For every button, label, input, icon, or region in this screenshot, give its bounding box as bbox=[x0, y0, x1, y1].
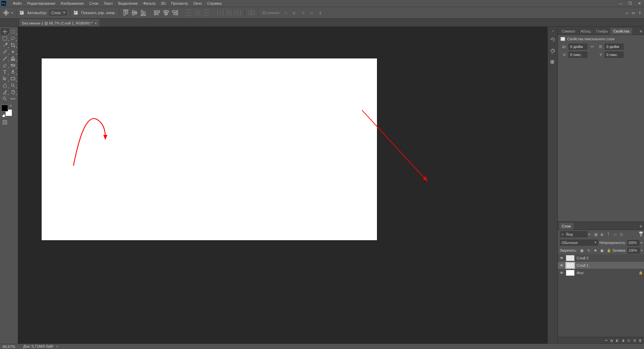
menu-help[interactable]: Справка bbox=[205, 0, 224, 6]
dock-expand-handle[interactable] bbox=[549, 30, 557, 32]
color-swatches[interactable]: ⤭ bbox=[1, 104, 14, 117]
search-icon[interactable]: ⌕ bbox=[626, 11, 628, 15]
default-colors-icon[interactable] bbox=[1, 113, 5, 117]
zoom-level[interactable]: 66,67% bbox=[3, 345, 15, 349]
edit-toolbar-button[interactable]: ••• bbox=[9, 95, 17, 102]
type-tool[interactable] bbox=[1, 68, 9, 75]
share-icon[interactable]: ⇪ bbox=[638, 11, 641, 15]
3d-slide-icon[interactable]: ⇄ bbox=[308, 9, 315, 16]
menu-file[interactable]: Файл bbox=[10, 0, 24, 6]
heal-tool[interactable] bbox=[9, 48, 17, 55]
lock-pixels-icon[interactable]: ✎ bbox=[586, 248, 591, 253]
visibility-toggle-icon[interactable]: 👁 bbox=[559, 263, 564, 267]
filter-shape-icon[interactable]: ▭ bbox=[612, 232, 617, 237]
foreground-color[interactable] bbox=[1, 105, 8, 111]
align-hcenter-icon[interactable] bbox=[163, 9, 169, 16]
gradient-tool[interactable] bbox=[9, 62, 17, 68]
autoselect-checkbox[interactable] bbox=[20, 11, 24, 15]
autoselect-target-dropdown[interactable]: Слои bbox=[49, 10, 67, 16]
dodge-tool[interactable] bbox=[9, 82, 17, 89]
path-select-tool[interactable] bbox=[1, 75, 9, 82]
new-layer-icon[interactable]: ⊞ bbox=[633, 339, 636, 342]
crop-tool[interactable] bbox=[9, 42, 17, 48]
blur-tool[interactable] bbox=[1, 82, 9, 89]
stamp-tool[interactable] bbox=[9, 55, 17, 62]
lock-artboard-icon[interactable]: ▣ bbox=[600, 248, 604, 253]
color-panel-icon[interactable] bbox=[549, 48, 556, 54]
lasso-tool[interactable] bbox=[9, 35, 17, 42]
zoom-tool[interactable] bbox=[1, 95, 9, 102]
tab-paragraph[interactable]: Абзац bbox=[578, 28, 594, 35]
filter-toggle[interactable] bbox=[640, 232, 642, 237]
document-tab[interactable]: Без имени-1 @ 66,7% (Слой 1, RGB/8#) * × bbox=[19, 19, 99, 27]
distribute-top-icon[interactable] bbox=[185, 9, 192, 16]
canvas[interactable] bbox=[42, 58, 377, 240]
delete-layer-icon[interactable]: 🗑 bbox=[639, 339, 642, 342]
distribute-left-icon[interactable] bbox=[217, 9, 224, 16]
show-transform-checkbox[interactable] bbox=[74, 11, 78, 15]
close-tab-icon[interactable]: × bbox=[95, 21, 97, 25]
align-right-edges-icon[interactable] bbox=[171, 9, 178, 16]
tab-properties[interactable]: Свойства bbox=[610, 28, 632, 35]
layer-row[interactable]: 👁 Слой 2 bbox=[558, 254, 644, 262]
fill-input[interactable] bbox=[628, 248, 640, 253]
history-panel-icon[interactable] bbox=[549, 36, 556, 43]
layer-thumbnail[interactable] bbox=[566, 270, 575, 276]
panel-menu-icon[interactable]: ≡ bbox=[638, 28, 644, 35]
adjustment-layer-icon[interactable]: ◑ bbox=[622, 339, 625, 342]
3d-zoom-icon[interactable]: ▮ bbox=[317, 9, 324, 16]
layer-filter-kind-dropdown[interactable]: Вид bbox=[560, 231, 587, 237]
y-input[interactable] bbox=[605, 52, 624, 58]
layer-row[interactable]: 👁 Фон 🔒 bbox=[558, 269, 644, 277]
minimize-button[interactable]: — bbox=[616, 0, 625, 7]
auto-align-icon[interactable] bbox=[248, 9, 255, 16]
filter-adjust-icon[interactable]: ◐ bbox=[600, 232, 604, 237]
swatches-panel-icon[interactable] bbox=[549, 59, 556, 66]
menu-edit[interactable]: Редактирование bbox=[24, 0, 58, 6]
align-left-edges-icon[interactable] bbox=[154, 9, 161, 16]
eyedropper-tool[interactable] bbox=[1, 48, 9, 55]
history-brush-tool[interactable] bbox=[1, 89, 9, 95]
current-tool-icon[interactable] bbox=[3, 9, 9, 16]
tab-layers[interactable]: Слои bbox=[559, 223, 574, 230]
artboard-tool[interactable] bbox=[9, 28, 17, 35]
layer-name[interactable]: Слой 1 bbox=[577, 263, 589, 267]
close-button[interactable]: ✕ bbox=[635, 0, 644, 7]
quick-mask-icon[interactable] bbox=[1, 119, 9, 126]
rectangle-tool[interactable] bbox=[9, 75, 17, 82]
3d-pan-icon[interactable]: ✥ bbox=[300, 9, 306, 16]
swap-colors-icon[interactable]: ⤭ bbox=[9, 104, 12, 107]
link-wh-icon[interactable]: ⚯ bbox=[589, 45, 595, 49]
layer-name[interactable]: Фон bbox=[577, 271, 584, 275]
pen-tool[interactable] bbox=[9, 68, 17, 75]
align-bottom-edges-icon[interactable] bbox=[140, 9, 147, 16]
move-tool[interactable] bbox=[1, 28, 9, 35]
lock-position-icon[interactable]: ✥ bbox=[593, 248, 598, 253]
layer-fx-icon[interactable]: fx bbox=[610, 339, 613, 343]
magic-wand-tool[interactable] bbox=[1, 42, 9, 48]
distribute-hcenter-icon[interactable] bbox=[226, 9, 232, 16]
menu-select[interactable]: Выделение bbox=[116, 0, 141, 6]
menu-layers[interactable]: Слои bbox=[87, 0, 101, 6]
screen-mode-icon[interactable]: ▭ bbox=[632, 11, 635, 15]
link-layers-icon[interactable]: ⚯ bbox=[605, 339, 607, 342]
marquee-tool[interactable] bbox=[1, 35, 9, 42]
distribute-right-icon[interactable] bbox=[234, 9, 241, 16]
tab-symbol[interactable]: Символ bbox=[559, 28, 578, 35]
tab-glyphs[interactable]: Глифы bbox=[594, 28, 611, 35]
width-input[interactable] bbox=[569, 44, 587, 50]
filter-type-icon[interactable]: T bbox=[606, 232, 611, 237]
filter-pixel-icon[interactable]: ▦ bbox=[593, 232, 598, 237]
lock-all-icon[interactable]: 🔒 bbox=[606, 248, 611, 253]
distribute-vcenter-icon[interactable] bbox=[194, 9, 201, 16]
distribute-bottom-icon[interactable] bbox=[203, 9, 210, 16]
menu-text[interactable]: Текст bbox=[101, 0, 116, 6]
statusbar-chevron-icon[interactable]: ▸ bbox=[56, 344, 59, 348]
layer-thumbnail[interactable] bbox=[566, 255, 575, 261]
height-input[interactable] bbox=[605, 44, 624, 50]
doc-size[interactable]: Док: 5,71M/0 байт bbox=[23, 344, 54, 348]
layers-panel-menu-icon[interactable]: ≡ bbox=[638, 223, 644, 230]
maximize-button[interactable]: ❐ bbox=[625, 0, 635, 7]
align-vcenter-icon[interactable] bbox=[131, 9, 138, 16]
brush-tool[interactable] bbox=[1, 55, 9, 62]
